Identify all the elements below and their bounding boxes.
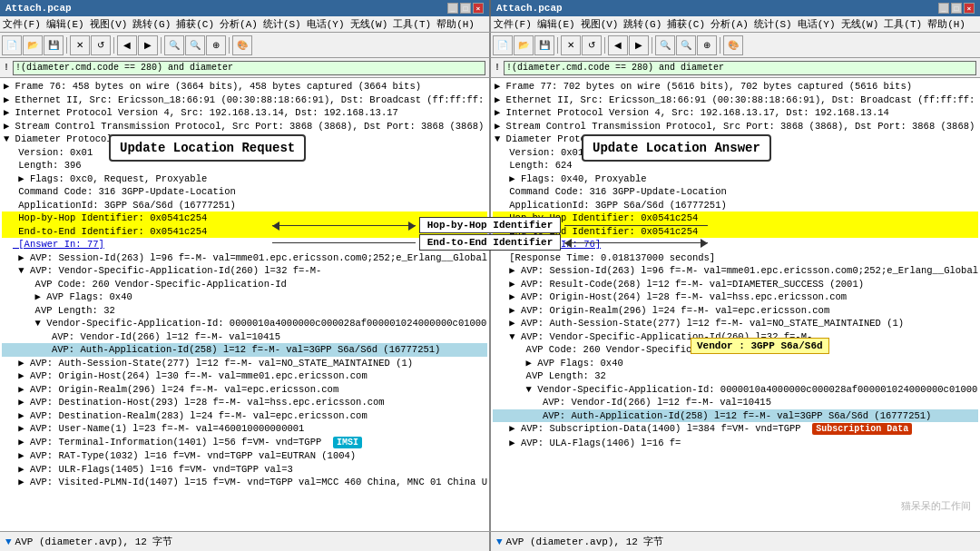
left-tb-new[interactable]: 📄 bbox=[2, 35, 22, 55]
left-minimize-btn[interactable]: _ bbox=[447, 3, 458, 14]
right-status-text: AVP (diameter.avp), 12 字节 bbox=[506, 535, 664, 548]
left-tb-reload[interactable]: ↺ bbox=[91, 35, 111, 55]
left-panel-title: Attach.pcap bbox=[5, 3, 72, 14]
left-line-terminal: ▶ AVP: Terminal-Information(1401) l=56 f… bbox=[2, 436, 487, 450]
right-line-avp-flags: ▶ AVP Flags: 0x40 bbox=[493, 357, 978, 370]
left-line-vendor-id: AVP: Vendor-Id(266) l=12 f=-M- val=10415 bbox=[2, 330, 487, 344]
left-menu-analyze[interactable]: 分析(A) bbox=[217, 17, 260, 31]
left-line-avp-flags: ▶ AVP Flags: 0x40 bbox=[2, 290, 487, 304]
left-line-9: ApplicationId: 3GPP S6a/S6d (16777251) bbox=[2, 199, 487, 212]
right-end-line: End-to-End Identifier: 0x0541c254 bbox=[493, 225, 978, 239]
left-menu-wireless[interactable]: 无线(W) bbox=[348, 17, 391, 31]
left-tb-zoom-in[interactable]: 🔍 bbox=[164, 35, 184, 55]
right-tb-color[interactable]: 🎨 bbox=[723, 35, 743, 55]
right-toolbar: 📄 📂 💾 ✕ ↺ ◀ ▶ 🔍 🔍 ⊕ 🎨 bbox=[491, 33, 980, 57]
right-tb-new[interactable]: 📄 bbox=[493, 35, 513, 55]
left-line-2: ▶ Internet Protocol Version 4, Src: 192.… bbox=[2, 106, 487, 120]
left-line-3: ▶ Stream Control Transmission Protocol, … bbox=[2, 120, 487, 133]
left-line-avp-vendor: ▼ AVP: Vendor-Specific-Application-Id(26… bbox=[2, 264, 487, 278]
right-panel: ▶ Frame 77: 702 bytes on wire (5616 bits… bbox=[491, 78, 980, 531]
right-menu-bar: 文件(F) 编辑(E) 视图(V) 跳转(G) 捕获(C) 分析(A) 统计(S… bbox=[491, 16, 980, 32]
left-tb-forward[interactable]: ▶ bbox=[138, 35, 158, 55]
right-line-avp-length: AVP Length: 32 bbox=[493, 369, 978, 383]
right-tb-reload[interactable]: ↺ bbox=[582, 35, 602, 55]
left-tb-back[interactable]: ◀ bbox=[117, 35, 137, 55]
left-tb-zoom-reset[interactable]: ⊕ bbox=[206, 35, 226, 55]
left-auth-app-line: AVP: Auth-Application-Id(258) l=12 f=-M-… bbox=[2, 343, 487, 357]
right-tb-forward[interactable]: ▶ bbox=[629, 35, 649, 55]
right-tb-save[interactable]: 💾 bbox=[534, 35, 554, 55]
left-filter-bar: ! bbox=[0, 58, 491, 77]
right-line-9: ApplicationId: 3GPP S6a/S6d (16777251) bbox=[493, 199, 978, 212]
left-menu-view[interactable]: 视图(V) bbox=[87, 17, 131, 31]
right-auth-app-line: AVP: Auth-Application-Id(258) l=12 f=-M-… bbox=[493, 409, 978, 423]
left-filter-input[interactable] bbox=[13, 61, 485, 75]
right-menu-phone[interactable]: 电话(Y) bbox=[795, 17, 838, 31]
left-toolbar: 📄 📂 💾 ✕ ↺ ◀ ▶ 🔍 🔍 ⊕ 🎨 bbox=[0, 33, 491, 57]
right-close-btn[interactable]: × bbox=[964, 3, 975, 14]
left-line-avp-session: ▶ AVP: Session-Id(263) l=96 f=-M- val=mm… bbox=[2, 251, 487, 265]
right-tb-zoom-out[interactable]: 🔍 bbox=[676, 35, 696, 55]
left-line-vendor-spec: ▼ Vendor-Specific-Application-Id: 000001… bbox=[2, 317, 487, 330]
right-menu-file[interactable]: 文件(F) bbox=[491, 17, 534, 31]
right-menu-edit[interactable]: 编辑(E) bbox=[534, 17, 578, 31]
right-menu-help[interactable]: 帮助(H) bbox=[925, 17, 968, 31]
left-menu-file[interactable]: 文件(F) bbox=[0, 17, 44, 31]
right-request-link[interactable]: [Request In: 76] bbox=[493, 238, 978, 251]
right-tb-zoom-in[interactable]: 🔍 bbox=[655, 35, 675, 55]
right-tb-zoom-reset[interactable]: ⊕ bbox=[697, 35, 717, 55]
left-tb-open[interactable]: 📂 bbox=[23, 35, 43, 55]
left-end-line: End-to-End Identifier: 0x0541c254 bbox=[2, 225, 487, 239]
right-menu-goto[interactable]: 跳转(G) bbox=[621, 17, 664, 31]
left-tb-color[interactable]: 🎨 bbox=[232, 35, 252, 55]
right-menu-tools[interactable]: 工具(T) bbox=[881, 17, 925, 31]
left-line-origin-host: ▶ AVP: Origin-Host(264) l=30 f=-M- val=m… bbox=[2, 369, 487, 383]
right-line-auth-state: ▶ AVP: Auth-Session-State(277) l=12 f=-M… bbox=[493, 317, 978, 330]
left-tb-save[interactable]: 💾 bbox=[44, 35, 64, 55]
left-tb-close[interactable]: ✕ bbox=[70, 35, 90, 55]
right-line-2: ▶ Internet Protocol Version 4, Src: 192.… bbox=[493, 106, 978, 120]
left-annotation-box: Update Location Request bbox=[109, 134, 306, 162]
right-tb-back[interactable]: ◀ bbox=[608, 35, 628, 55]
left-line-origin-realm: ▶ AVP: Origin-Realm(296) l=24 f=-M- val=… bbox=[2, 383, 487, 397]
left-hop-line: Hop-by-Hop Identifier: 0x0541c254 bbox=[2, 212, 487, 225]
left-maximize-btn[interactable]: □ bbox=[460, 3, 471, 14]
right-status-bar: ▼ AVP (diameter.avp), 12 字节 bbox=[491, 532, 980, 551]
left-menu-capture[interactable]: 捕获(C) bbox=[173, 17, 217, 31]
left-line-avp-code: AVP Code: 260 Vendor-Specific-Applicatio… bbox=[2, 278, 487, 291]
left-close-btn[interactable]: × bbox=[473, 3, 484, 14]
right-panel-title: Attach.pcap bbox=[496, 3, 563, 14]
right-annotation-title: Update Location Answer bbox=[593, 141, 760, 155]
right-menu-analyze[interactable]: 分析(A) bbox=[708, 17, 751, 31]
left-menu-tools[interactable]: 工具(T) bbox=[390, 17, 434, 31]
right-menu-capture[interactable]: 捕获(C) bbox=[664, 17, 708, 31]
left-menu-edit[interactable]: 编辑(E) bbox=[44, 17, 87, 31]
left-menu-goto[interactable]: 跳转(G) bbox=[130, 17, 173, 31]
right-menu-view[interactable]: 视图(V) bbox=[578, 17, 622, 31]
right-menu-stats[interactable]: 统计(S) bbox=[751, 17, 795, 31]
right-line-0: ▶ Frame 77: 702 bytes on wire (5616 bits… bbox=[493, 80, 978, 93]
left-menu-help[interactable]: 帮助(H) bbox=[434, 17, 477, 31]
left-tb-zoom-out[interactable]: 🔍 bbox=[185, 35, 205, 55]
left-filter-label: ! bbox=[4, 63, 9, 73]
left-menu-stats[interactable]: 统计(S) bbox=[260, 17, 304, 31]
right-tb-close[interactable]: ✕ bbox=[561, 35, 581, 55]
right-maximize-btn[interactable]: □ bbox=[951, 3, 962, 14]
left-line-dest-realm: ▶ AVP: Destination-Realm(283) l=24 f=-M-… bbox=[2, 409, 487, 423]
watermark: 猫呆呆的工作间 bbox=[901, 499, 971, 513]
left-status-text: AVP (diameter.avp), 12 字节 bbox=[15, 535, 173, 548]
right-line-origin-host: ▶ AVP: Origin-Host(264) l=28 f=-M- val=h… bbox=[493, 290, 978, 304]
left-menu-phone[interactable]: 电话(Y) bbox=[304, 17, 348, 31]
right-annotation-box: Update Location Answer bbox=[582, 134, 771, 162]
right-filter-input[interactable] bbox=[504, 61, 976, 75]
right-tb-open[interactable]: 📂 bbox=[514, 35, 534, 55]
right-line-7: ▶ Flags: 0x40, Proxyable bbox=[493, 172, 978, 186]
left-window-titlebar: Attach.pcap _ □ × bbox=[0, 0, 491, 16]
left-status-icon: ▼ bbox=[5, 536, 12, 547]
left-answer-link[interactable]: [Answer In: 77] bbox=[2, 238, 487, 251]
right-line-origin-realm: ▶ AVP: Origin-Realm(296) l=24 f=-M- val=… bbox=[493, 304, 978, 318]
right-menu-wireless[interactable]: 无线(W) bbox=[838, 17, 882, 31]
right-minimize-btn[interactable]: _ bbox=[938, 3, 949, 14]
right-line-ula-flags: ▶ AVP: ULA-Flags(1406) l=16 f= bbox=[493, 437, 978, 450]
left-menu-bar: 文件(F) 编辑(E) 视图(V) 跳转(G) 捕获(C) 分析(A) 统计(S… bbox=[0, 16, 491, 32]
